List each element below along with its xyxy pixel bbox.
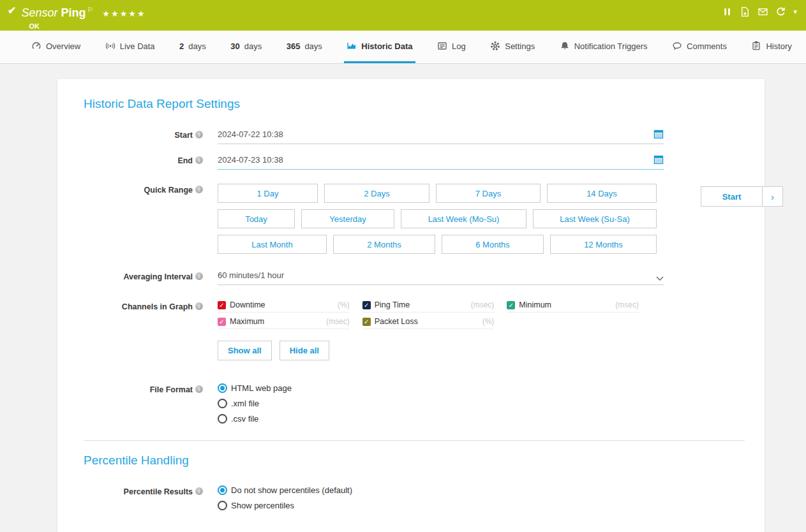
channel-name: Maximum — [230, 317, 322, 326]
averaging-interval-select[interactable]: 60 minutes/1 hour — [218, 270, 664, 285]
tab-comments[interactable]: Comments — [669, 31, 729, 63]
quick-range-14-days[interactable]: 14 Days — [547, 184, 657, 203]
sensor-title: SensorPing⚐★★★★★ — [21, 3, 146, 21]
averaging-interval-label: Averaging Interval — [84, 270, 203, 281]
tab-30-days[interactable]: 30 days — [228, 31, 264, 63]
gear-icon — [490, 41, 500, 51]
history-note-icon — [751, 41, 761, 51]
channel-name: Downtime — [230, 300, 334, 309]
file-format-option-xml[interactable]: .xml file — [218, 399, 292, 408]
email-icon[interactable] — [757, 6, 768, 17]
comment-bubble-icon — [672, 41, 682, 51]
radio-button[interactable] — [218, 485, 227, 495]
info-icon[interactable] — [195, 302, 203, 310]
channel-unit: (msec) — [326, 317, 350, 326]
quick-range-last-week-su-sa[interactable]: Last Week (Su-Sa) — [533, 209, 657, 228]
sensor-type-label: Sensor — [21, 6, 57, 19]
section-divider — [84, 440, 745, 441]
flag-icon[interactable]: ⚐ — [87, 6, 93, 13]
tab-label: days — [244, 41, 262, 51]
end-date-value[interactable]: 2024-07-23 10:38 — [218, 155, 283, 165]
tab-label: days — [304, 41, 322, 51]
quick-range-7-days[interactable]: 7 Days — [436, 184, 541, 203]
channel-unit: (%) — [338, 300, 350, 309]
file-format-option-html[interactable]: HTML web page — [218, 383, 292, 393]
info-icon[interactable] — [195, 272, 203, 280]
quick-range-last-week-mo-su[interactable]: Last Week (Mo-Su) — [401, 209, 526, 228]
tab-label: Notification Triggers — [574, 41, 648, 51]
checkbox-checked-icon[interactable]: ✓ — [507, 301, 515, 309]
checkbox-checked-icon[interactable]: ✓ — [362, 318, 371, 326]
tab-2-days[interactable]: 2 days — [177, 31, 209, 63]
gauge-icon — [31, 41, 41, 51]
tab-historic-data[interactable]: Historic Data — [344, 31, 415, 63]
info-icon[interactable] — [195, 385, 203, 393]
percentile-option-hide[interactable]: Do not show percentiles (default) — [218, 485, 352, 495]
file-format-option-csv[interactable]: .csv file — [218, 414, 292, 424]
priority-stars[interactable]: ★★★★★ — [102, 9, 146, 18]
start-report-button[interactable]: Start — [701, 186, 763, 207]
report-document-icon[interactable] — [740, 6, 750, 17]
quick-range-1-day[interactable]: 1 Day — [218, 184, 318, 203]
next-chevron-button[interactable]: › — [763, 186, 783, 207]
channel-name: Packet Loss — [375, 317, 479, 326]
start-date-value[interactable]: 2024-07-22 10:38 — [218, 129, 283, 139]
tab-overview[interactable]: Overview — [29, 31, 83, 63]
quick-range-last-month[interactable]: Last Month — [218, 235, 327, 254]
pause-icon[interactable] — [722, 6, 733, 17]
file-format-label: File Format — [84, 383, 203, 394]
quick-range-12-months[interactable]: 12 Months — [550, 235, 657, 254]
channel-minimum: ✓ Minimum (msec) — [507, 300, 639, 313]
sensor-header: ✔ SensorPing⚐★★★★★ OK ▾ — [0, 0, 806, 31]
radio-button[interactable] — [218, 414, 227, 424]
start-report-group: Start › — [701, 186, 783, 207]
hide-all-button[interactable]: Hide all — [280, 341, 329, 360]
page-content: Historic Data Report Settings Start 2024… — [0, 64, 806, 532]
calendar-icon[interactable] — [653, 154, 664, 165]
radio-button[interactable] — [218, 501, 227, 510]
sensor-name: Ping — [61, 6, 86, 19]
chevron-down-icon[interactable]: ▾ — [793, 8, 797, 16]
status-check-icon: ✔ — [8, 4, 16, 17]
quick-range-2-months[interactable]: 2 Months — [333, 235, 435, 254]
channel-unit: (%) — [482, 317, 495, 326]
live-signal-icon — [105, 41, 116, 51]
channel-unit: (msec) — [471, 300, 495, 309]
quick-range-yesterday[interactable]: Yesterday — [301, 209, 394, 228]
tab-history[interactable]: History — [749, 31, 794, 63]
checkbox-checked-icon[interactable]: ✓ — [362, 301, 371, 309]
tab-notification-triggers[interactable]: Notification Triggers — [557, 31, 650, 63]
tab-365-days[interactable]: 365 days — [284, 31, 325, 63]
start-label: Start — [84, 129, 203, 140]
info-icon[interactable] — [195, 156, 203, 164]
radio-button[interactable] — [218, 383, 227, 393]
quick-range-6-months[interactable]: 6 Months — [442, 235, 544, 254]
quick-range-today[interactable]: Today — [218, 209, 295, 228]
end-label: End — [84, 154, 203, 165]
section-title-percentile: Percentile Handling — [84, 454, 745, 468]
tab-label: Live Data — [120, 41, 155, 51]
radio-button[interactable] — [218, 399, 227, 408]
tab-settings[interactable]: Settings — [488, 31, 537, 63]
checkbox-checked-icon[interactable]: ✓ — [218, 301, 226, 309]
show-all-button[interactable]: Show all — [218, 341, 272, 360]
historic-data-panel: Historic Data Report Settings Start 2024… — [57, 79, 765, 532]
info-icon[interactable] — [195, 487, 203, 495]
tab-log[interactable]: Log — [435, 31, 468, 63]
quick-range-2-days[interactable]: 2 Days — [324, 184, 429, 203]
checkbox-checked-icon[interactable]: ✓ — [218, 318, 226, 326]
start-date-field[interactable]: 2024-07-22 10:38 — [218, 129, 664, 144]
area-chart-icon — [347, 41, 357, 51]
tab-label: Comments — [687, 41, 727, 51]
refresh-icon[interactable] — [775, 6, 786, 17]
tab-label: Log — [452, 41, 466, 51]
tab-live-data[interactable]: Live Data — [103, 31, 158, 63]
info-icon[interactable] — [195, 186, 203, 193]
info-icon[interactable] — [195, 131, 203, 138]
calendar-icon[interactable] — [653, 129, 664, 139]
percentile-option-show[interactable]: Show percentiles — [218, 501, 352, 510]
end-date-field[interactable]: 2024-07-23 10:38 — [218, 154, 664, 170]
averaging-interval-value: 60 minutes/1 hour — [218, 270, 284, 280]
channel-maximum: ✓ Maximum (msec) — [218, 317, 350, 329]
tab-label: days — [188, 41, 205, 51]
